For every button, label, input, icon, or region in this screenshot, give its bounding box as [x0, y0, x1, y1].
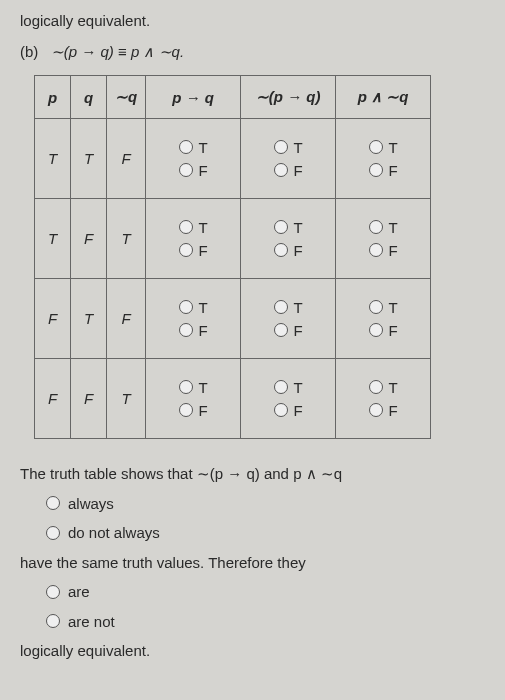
cell-q: T [71, 119, 107, 199]
radio-option-f[interactable]: F [274, 322, 303, 339]
header-p-and-nq: p ∧ ∼q [336, 76, 431, 119]
radio-option-t[interactable]: T [179, 379, 208, 396]
radio-icon[interactable] [179, 163, 193, 177]
radio-icon[interactable] [179, 380, 193, 394]
cell-nq: F [107, 279, 146, 359]
cell-p: T [35, 199, 71, 279]
radio-option-t[interactable]: T [179, 299, 208, 316]
radio-icon[interactable] [46, 614, 60, 628]
radio-label: F [389, 162, 398, 179]
radio-option-f[interactable]: F [179, 242, 208, 259]
option-are[interactable]: are [46, 579, 485, 605]
radio-option-f[interactable]: F [179, 322, 208, 339]
radio-group: TF [342, 219, 424, 259]
radio-option-t[interactable]: T [369, 379, 398, 396]
radio-group: TF [152, 379, 234, 419]
cell-radio-group: TF [146, 359, 241, 439]
radio-icon[interactable] [179, 403, 193, 417]
radio-group: TF [152, 299, 234, 339]
radio-label: T [294, 299, 303, 316]
radio-group: TF [247, 379, 329, 419]
radio-icon[interactable] [369, 140, 383, 154]
option-always[interactable]: always [46, 491, 485, 517]
radio-icon[interactable] [274, 163, 288, 177]
radio-icon[interactable] [369, 163, 383, 177]
radio-icon[interactable] [274, 380, 288, 394]
intro-text: logically equivalent. [20, 12, 485, 29]
radio-option-f[interactable]: F [179, 162, 208, 179]
radio-icon[interactable] [369, 300, 383, 314]
radio-icon[interactable] [179, 323, 193, 337]
radio-group: TF [152, 139, 234, 179]
option-are-not[interactable]: are not [46, 609, 485, 635]
radio-option-f[interactable]: F [369, 402, 398, 419]
radio-label: F [199, 322, 208, 339]
radio-icon[interactable] [274, 300, 288, 314]
radio-option-t[interactable]: T [369, 219, 398, 236]
radio-label: F [199, 162, 208, 179]
option-do-not-always[interactable]: do not always [46, 520, 485, 546]
radio-option-t[interactable]: T [179, 219, 208, 236]
radio-option-f[interactable]: F [274, 402, 303, 419]
radio-label: T [199, 219, 208, 236]
radio-label: T [389, 139, 398, 156]
radio-icon[interactable] [274, 323, 288, 337]
radio-icon[interactable] [274, 243, 288, 257]
conclusion-line-3: logically equivalent. [20, 638, 485, 664]
radio-group: TF [247, 299, 329, 339]
radio-icon[interactable] [179, 300, 193, 314]
part-b-label: (b) [20, 43, 38, 60]
radio-option-f[interactable]: F [274, 162, 303, 179]
cell-radio-group: TF [336, 119, 431, 199]
radio-option-t[interactable]: T [369, 299, 398, 316]
radio-option-f[interactable]: F [369, 242, 398, 259]
radio-icon[interactable] [46, 585, 60, 599]
radio-icon[interactable] [179, 140, 193, 154]
radio-icon[interactable] [179, 220, 193, 234]
conclusion-line-1: The truth table shows that ∼(p → q) and … [20, 461, 485, 487]
radio-icon[interactable] [46, 496, 60, 510]
cell-radio-group: TF [241, 279, 336, 359]
radio-option-t[interactable]: T [274, 299, 303, 316]
radio-icon[interactable] [369, 220, 383, 234]
radio-icon[interactable] [369, 403, 383, 417]
radio-label: F [294, 322, 303, 339]
option-are-label: are [68, 579, 90, 605]
cell-radio-group: TF [241, 359, 336, 439]
radio-icon[interactable] [369, 323, 383, 337]
radio-option-t[interactable]: T [274, 219, 303, 236]
radio-option-t[interactable]: T [179, 139, 208, 156]
radio-icon[interactable] [46, 526, 60, 540]
table-row: TFTTFTFTF [35, 199, 431, 279]
radio-icon[interactable] [274, 140, 288, 154]
table-row: FFTTFTFTF [35, 359, 431, 439]
cell-q: F [71, 199, 107, 279]
radio-option-f[interactable]: F [179, 402, 208, 419]
radio-label: F [294, 402, 303, 419]
cell-p: T [35, 119, 71, 199]
part-b-formula: ∼(p → q) ≡ p ∧ ∼q. [51, 43, 184, 60]
radio-option-f[interactable]: F [369, 322, 398, 339]
cell-q: T [71, 279, 107, 359]
radio-option-f[interactable]: F [369, 162, 398, 179]
option-always-label: always [68, 491, 114, 517]
radio-icon[interactable] [369, 243, 383, 257]
radio-icon[interactable] [369, 380, 383, 394]
radio-label: F [199, 242, 208, 259]
radio-icon[interactable] [274, 403, 288, 417]
conclusion-line-2: have the same truth values. Therefore th… [20, 550, 485, 576]
radio-label: F [389, 242, 398, 259]
header-neg-p-imp-q: ∼(p → q) [241, 76, 336, 119]
radio-icon[interactable] [274, 220, 288, 234]
radio-label: T [294, 379, 303, 396]
radio-icon[interactable] [179, 243, 193, 257]
table-header-row: p q ∼q p → q ∼(p → q) p ∧ ∼q [35, 76, 431, 119]
radio-label: T [294, 139, 303, 156]
radio-group: TF [342, 299, 424, 339]
radio-option-t[interactable]: T [369, 139, 398, 156]
radio-option-t[interactable]: T [274, 379, 303, 396]
radio-option-t[interactable]: T [274, 139, 303, 156]
cell-radio-group: TF [241, 199, 336, 279]
radio-option-f[interactable]: F [274, 242, 303, 259]
cell-radio-group: TF [336, 279, 431, 359]
